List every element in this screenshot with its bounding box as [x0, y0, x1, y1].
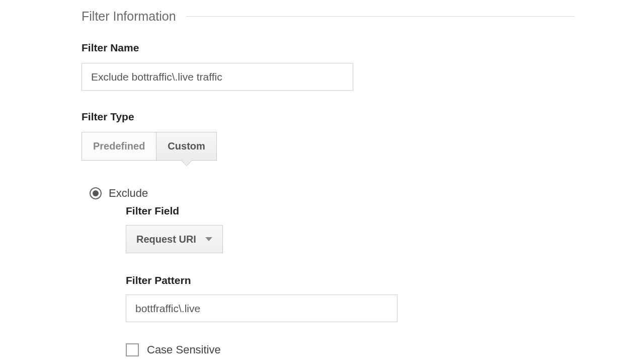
filter-type-label: Filter Type [82, 111, 575, 123]
section-divider [186, 16, 575, 17]
filter-field-value: Request URI [136, 234, 196, 245]
exclude-radio[interactable] [90, 187, 102, 199]
exclude-radio-label: Exclude [109, 187, 148, 200]
case-sensitive-checkbox[interactable] [126, 343, 139, 356]
case-sensitive-label: Case Sensitive [147, 343, 221, 356]
selected-notch [181, 160, 192, 166]
filter-type-block: Filter Type Predefined Custom [82, 111, 575, 161]
radio-dot-icon [93, 190, 99, 196]
custom-label: Custom [168, 140, 205, 152]
caret-down-icon [205, 237, 212, 241]
exclude-details: Filter Field Request URI Filter Pattern … [90, 205, 575, 356]
filter-form: Filter Information Filter Name Filter Ty… [0, 0, 575, 356]
svg-marker-0 [205, 237, 212, 241]
section-header: Filter Information [82, 9, 575, 24]
exclude-radio-row[interactable]: Exclude [90, 187, 575, 200]
filter-field-dropdown[interactable]: Request URI [126, 225, 223, 253]
filter-pattern-input[interactable] [126, 295, 397, 322]
filter-field-label: Filter Field [126, 205, 575, 217]
case-sensitive-row[interactable]: Case Sensitive [126, 343, 575, 356]
filter-name-block: Filter Name [82, 42, 575, 91]
filter-pattern-label: Filter Pattern [126, 274, 575, 286]
filter-type-custom-button[interactable]: Custom [156, 132, 216, 161]
predefined-label: Predefined [93, 140, 145, 152]
filter-type-predefined-button[interactable]: Predefined [82, 132, 156, 161]
filter-type-toggle: Predefined Custom [82, 132, 575, 161]
custom-options: Exclude Filter Field Request URI Filter … [82, 187, 575, 356]
filter-name-label: Filter Name [82, 42, 575, 54]
filter-name-input[interactable] [82, 63, 353, 91]
section-title: Filter Information [82, 9, 186, 24]
